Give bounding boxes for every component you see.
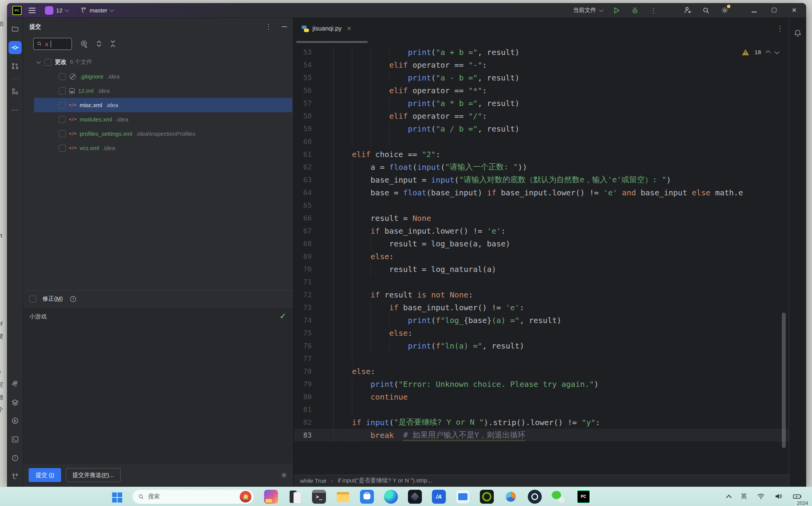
line-number[interactable]: 56	[300, 86, 312, 94]
horizontal-scrollbar[interactable]	[294, 39, 789, 46]
code-editor[interactable]: 18 53print("a + b =", result)54elif oper…	[294, 46, 789, 475]
line-number[interactable]: 53	[300, 48, 312, 56]
taskbar-app-idea[interactable]: /A	[432, 490, 446, 504]
taskbar-app-drv[interactable]	[504, 490, 518, 504]
code-line[interactable]: 56elif operator == "*":	[294, 84, 789, 97]
line-number[interactable]: 77	[300, 354, 312, 362]
collapse-all-icon[interactable]	[110, 40, 116, 48]
changed-file-row[interactable]: </>profiles_settings.xml.idea\inspection…	[23, 126, 293, 141]
run-configuration-selector[interactable]: 当前文件	[573, 7, 603, 14]
settings-button[interactable]	[720, 5, 730, 15]
run-button[interactable]	[611, 5, 621, 15]
line-number[interactable]: 70	[300, 265, 312, 273]
hide-panel-icon[interactable]	[282, 26, 287, 27]
commit-search-input[interactable]: a	[33, 38, 72, 50]
line-number[interactable]: 54	[300, 61, 312, 69]
line-number[interactable]: 58	[300, 112, 312, 120]
code-line[interactable]: 62a = float(input("请输入一个正数: "))	[294, 161, 789, 173]
taskbar-search[interactable]: 搜索	[132, 489, 254, 504]
search-everywhere-button[interactable]	[701, 5, 711, 15]
history-icon[interactable]	[69, 295, 77, 303]
file-checkbox[interactable]	[59, 102, 66, 109]
file-checkbox[interactable]	[59, 130, 66, 137]
file-checkbox[interactable]	[59, 145, 66, 152]
code-line[interactable]: 67if base_input.lower() != 'e':	[294, 224, 789, 237]
panel-options-icon[interactable]: ⋮	[265, 25, 272, 29]
code-line[interactable]: 80continue	[294, 390, 789, 403]
code-line[interactable]: 68result = log_base(a, base)	[294, 237, 789, 250]
structure-tool-icon[interactable]	[9, 85, 22, 98]
project-selector[interactable]: 12	[43, 5, 71, 16]
line-number[interactable]: 82	[300, 418, 312, 426]
code-line[interactable]: 60	[294, 135, 789, 148]
code-line[interactable]: 78else:	[294, 365, 789, 378]
commit-options-gear-icon[interactable]	[280, 472, 288, 479]
code-line[interactable]: 74print(f"log_{base}(a) =", result)	[294, 314, 789, 327]
code-line[interactable]: 83break # 如果用户输入不是Y，则退出循环	[294, 429, 789, 441]
line-number[interactable]: 59	[300, 125, 312, 133]
line-number[interactable]: 57	[300, 99, 312, 107]
taskbar-app-term[interactable]: >_	[312, 490, 326, 504]
line-number[interactable]: 65	[300, 201, 312, 209]
code-line[interactable]: 71	[294, 275, 789, 288]
line-number[interactable]: 74	[300, 316, 312, 324]
changes-root-checkbox[interactable]	[44, 59, 51, 66]
more-tools-icon[interactable]: ⋯	[9, 103, 22, 116]
line-number[interactable]: 63	[300, 176, 312, 184]
taskbar-app-phone[interactable]	[288, 490, 302, 504]
line-number[interactable]: 76	[300, 342, 312, 350]
taskbar-app-gem[interactable]	[408, 490, 422, 504]
commit-message-editor[interactable]: 小游戏 ✓	[23, 307, 293, 464]
line-number[interactable]: 78	[300, 367, 312, 375]
prev-warning-icon[interactable]	[766, 50, 771, 55]
version-control-icon[interactable]	[9, 470, 22, 483]
file-checkbox[interactable]	[59, 73, 66, 80]
changed-file-row[interactable]: 12.iml.idea	[23, 84, 293, 98]
project-tool-icon[interactable]	[9, 22, 22, 36]
start-button[interactable]	[112, 492, 122, 503]
minimize-button[interactable]	[748, 7, 760, 14]
maximize-button[interactable]	[768, 7, 780, 14]
changes-root-row[interactable]: 更改6 个文件	[23, 55, 293, 69]
volume-icon[interactable]	[775, 493, 783, 500]
battery-icon[interactable]	[793, 493, 802, 500]
line-number[interactable]: 83	[300, 431, 312, 439]
taskbar-clock[interactable]: 2024	[797, 500, 808, 506]
commit-button[interactable]: 提交 (I)	[29, 468, 61, 482]
python-packages-icon[interactable]	[9, 377, 22, 390]
line-number[interactable]: 71	[300, 278, 312, 286]
notifications-bell-icon[interactable]	[793, 29, 802, 37]
code-line[interactable]: 70result = log_natural(a)	[294, 263, 789, 275]
pull-requests-icon[interactable]	[9, 60, 22, 73]
line-number[interactable]: 81	[300, 405, 312, 414]
file-checkbox[interactable]	[59, 116, 66, 123]
taskbar-app-nv[interactable]	[480, 490, 494, 504]
commit-tool-icon[interactable]	[9, 41, 22, 54]
debug-button[interactable]	[630, 5, 640, 15]
code-line[interactable]: 65	[294, 199, 789, 212]
editor-options-icon[interactable]: ⋮	[776, 27, 783, 31]
breadcrumb-item[interactable]: while True	[300, 477, 326, 484]
code-line[interactable]: 59print("a / b =", result)	[294, 122, 789, 135]
tray-expand-icon[interactable]	[726, 494, 732, 500]
line-number[interactable]: 73	[300, 303, 312, 311]
breadcrumb[interactable]: while True›if input("是否要继续? Y or N ").st…	[294, 475, 789, 486]
code-line[interactable]: 76print(f"ln(a) =", result)	[294, 339, 789, 352]
main-menu-icon[interactable]	[29, 8, 36, 13]
taskbar-app-pycharm-active[interactable]: PC	[576, 489, 591, 504]
commit-and-push-button[interactable]: 提交并推送(P)...	[66, 468, 121, 482]
code-line[interactable]: 58elif operator == "/":	[294, 109, 789, 122]
vertical-scrollbar[interactable]	[782, 313, 786, 448]
line-number[interactable]: 67	[300, 227, 312, 235]
taskbar-app-wx[interactable]	[552, 490, 566, 504]
preview-diff-icon[interactable]	[80, 40, 88, 48]
taskbar-app-pdf[interactable]	[264, 490, 278, 504]
expand-collapse-sort-icon[interactable]	[96, 40, 102, 48]
close-button[interactable]: ✕	[788, 7, 800, 14]
code-line[interactable]: 69else:	[294, 250, 789, 263]
line-number[interactable]: 69	[300, 252, 312, 260]
line-number[interactable]: 75	[300, 329, 312, 337]
code-line[interactable]: 81	[294, 403, 789, 416]
code-line[interactable]: 77	[294, 352, 789, 365]
line-number[interactable]: 68	[300, 239, 312, 248]
